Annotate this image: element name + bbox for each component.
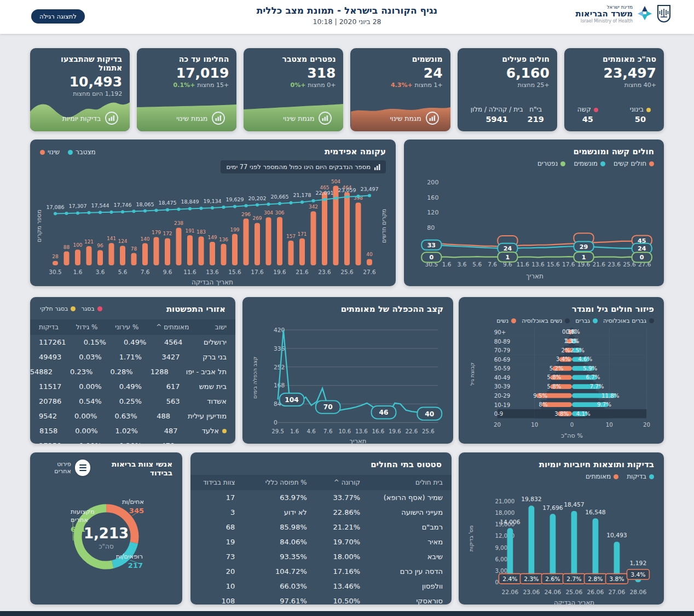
epidemic-legend-item-1[interactable]: שינוי (40, 148, 60, 156)
epidemic-bar (277, 217, 282, 265)
svg-text:100: 100 (73, 242, 82, 248)
svg-text:7.6: 7.6 (323, 428, 332, 434)
table-cell: 8158 (30, 427, 66, 435)
tests-legend-item-1[interactable]: מאומתים (586, 473, 618, 480)
svg-text:אחים/ות: אחים/ות (122, 498, 144, 505)
table-row: סוראסקי10.50%97.61%108 (190, 594, 452, 605)
callout: 29 (574, 241, 593, 251)
table-cell: מאיר (369, 538, 452, 546)
kpi-card-total-confirmed: סה"כ מאומתים23,497+40 מחצותבינוני50קשה45 (564, 48, 664, 131)
svg-text:25.6: 25.6 (340, 269, 354, 275)
svg-text:70: 70 (323, 403, 333, 411)
svg-text:160: 160 (427, 194, 438, 201)
table-cell: 10 (190, 582, 244, 590)
svg-text:252: 252 (274, 364, 285, 371)
svg-text:7.7%: 7.7% (589, 383, 604, 390)
kpi-stats-row: בינוני50קשה45 (564, 106, 664, 124)
svg-text:רופאים/ות: רופאים/ות (116, 553, 143, 560)
table-cell: 11517 (30, 382, 70, 391)
others-detail-group: פירוט אחרים (40, 460, 90, 476)
trend-icon (318, 111, 332, 125)
table-cell: 563 (151, 397, 189, 405)
svg-text:19,832: 19,832 (521, 496, 542, 503)
legend-label: מאומתים (586, 473, 611, 480)
severe-legend-item-0[interactable]: חולים קשים (614, 160, 654, 167)
svg-text:16,548: 16,548 (585, 509, 606, 516)
legend-dot (600, 161, 605, 166)
column-header[interactable]: קורונה ^ (316, 479, 369, 486)
svg-text:1.6: 1.6 (290, 428, 299, 434)
column-header[interactable]: מאומתים ^ (147, 323, 198, 331)
legend-dot (593, 318, 598, 323)
kpi-value: 10,493 (30, 72, 130, 90)
table-cell: 0.03% (70, 353, 110, 361)
doubling-chart: קצב הכפלה בימים08416825233642029.51.64.6… (249, 319, 447, 444)
donut-panel-title: אנשי צוות בריאות בבידוד (90, 460, 172, 477)
severe-legend-item-2[interactable]: נפטרים (537, 160, 566, 167)
legend-dot (68, 150, 73, 155)
table-cell: 617 (151, 382, 189, 391)
table-cell: 21.21% (316, 523, 369, 531)
svg-text:5.6: 5.6 (118, 269, 128, 275)
menu-icon[interactable] (75, 460, 91, 476)
epidemic-legend-item-0[interactable]: מצטבר (68, 148, 96, 156)
svg-text:7.6: 7.6 (141, 269, 150, 275)
svg-text:21,000: 21,000 (495, 498, 515, 504)
table-cell: 0.00% (70, 382, 110, 391)
kpi-card-active-patients: חולים פעילים6,160+25 מחצותבי"ח219בית / ק… (458, 48, 557, 131)
svg-text:17,746: 17,746 (113, 202, 131, 208)
svg-text:% סה"כ: % סה"כ (561, 432, 583, 439)
table-cell: 49493 (30, 353, 70, 361)
svg-text:1.6: 1.6 (442, 261, 452, 268)
svg-text:4.1%: 4.1% (576, 411, 591, 417)
kpi-value: 6,160 (458, 63, 557, 81)
legend-dot (40, 150, 45, 155)
table-cell: וולפסון (369, 582, 452, 590)
svg-text:20: 20 (643, 422, 650, 428)
svg-text:2.5%: 2.5% (570, 347, 585, 353)
table-row: מודיעין עילית4880.63%0.00%9542 (30, 409, 235, 423)
trend-label: מגמת שינוי (176, 114, 207, 123)
table-row: וולפסון13.46%66.03%10 (190, 579, 452, 594)
table-cell: 85.98% (244, 523, 315, 531)
svg-text:9.7%: 9.7% (597, 402, 611, 408)
svg-text:2%: 2% (562, 347, 571, 353)
status-dot (646, 108, 651, 112)
kpi-value: 24 (350, 63, 450, 81)
table-cell: 66.03% (244, 582, 315, 590)
header-bar: לתצוגה רגילה נגיף הקורונה בישראל - תמונת… (0, 0, 694, 34)
kpi-stat: קשה45 (577, 106, 598, 124)
tests-legend-item-0[interactable]: בדיקות (627, 473, 654, 480)
line-series-0 (431, 241, 644, 247)
tests-bar (550, 514, 556, 582)
table-cell: 97.61% (244, 597, 315, 605)
tests-chart: מס' בדיקות03,0006,0009,00012,00015,00018… (465, 480, 657, 605)
severe-legend-item-1[interactable]: מונשמים (574, 160, 605, 167)
spread-panel-title: אזורי התפשטות (166, 304, 225, 314)
spread-legend: בסגרבסגר חלקי (40, 304, 102, 312)
legend-label: שינוי (48, 148, 60, 156)
kpi-row: סה"כ מאומתים23,497+40 מחצותבינוני50קשה45… (30, 48, 664, 131)
svg-text:21,178: 21,178 (293, 192, 311, 198)
epidemic-chart: מספר מקריםמקרים חדשים2888100121961411247… (34, 171, 391, 286)
callout: 1 (574, 252, 593, 262)
svg-text:200: 200 (427, 179, 438, 186)
svg-text:183: 183 (196, 229, 206, 235)
svg-text:2.8%: 2.8% (588, 576, 603, 583)
spread-legend-item-1[interactable]: בסגר חלקי (40, 305, 76, 312)
legend-dot (560, 161, 565, 166)
trend-row: מגמת שינוי (283, 111, 332, 125)
column-header: % תפוסה כללי (244, 479, 315, 486)
severe-chart: 8012016020030.51.63.65.67.69.611.613.615… (410, 170, 657, 286)
svg-text:29.5: 29.5 (271, 428, 284, 434)
table-cell: תל אביב - יפו (177, 368, 235, 376)
svg-text:תאריך: תאריך (350, 437, 367, 444)
spread-legend-item-0[interactable]: בסגר (81, 305, 102, 312)
svg-text:40: 40 (425, 410, 434, 418)
severe-patients-panel: חולים קשה ומונשמים חולים קשיםמונשמיםנפטר… (404, 140, 664, 286)
table-cell: 0.20% (111, 441, 151, 444)
svg-text:1,192: 1,192 (630, 560, 647, 567)
table-row: אלעד4871.02%0.00%8158 (30, 423, 235, 438)
svg-text:4.6%: 4.6% (578, 356, 592, 362)
column-header: צוות בבידוד (190, 479, 244, 486)
